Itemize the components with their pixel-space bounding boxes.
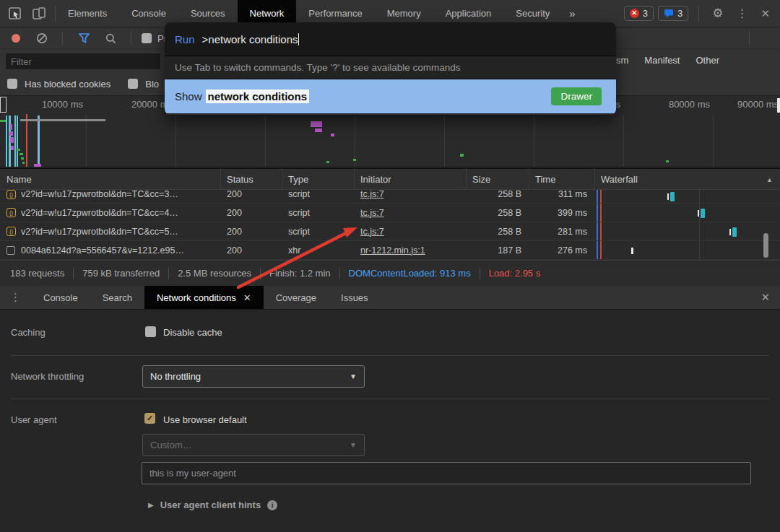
table-row[interactable]: 0084a6124d?a=5566457&v=1212.e95… 200 xhr… [0, 241, 780, 260]
ruler-gridline [265, 115, 266, 167]
main-menu-kebab-icon[interactable]: ⋮ [736, 6, 748, 20]
command-result-row[interactable]: Show network conditions Drawer [165, 79, 616, 113]
overview-window-handle[interactable] [0, 97, 6, 113]
request-status: 200 [220, 222, 282, 240]
waterfall-bar [631, 248, 633, 254]
waterfall-bar [667, 193, 669, 200]
blocked-requests-checkbox[interactable] [128, 79, 138, 89]
request-type: script [282, 204, 354, 222]
custom-user-agent-select: Custom… ▼ [142, 434, 365, 456]
ruler-tick-20000: 20000 ms [110, 99, 173, 110]
error-badge[interactable]: ✕ 3 [624, 6, 654, 21]
overview-mark [311, 121, 322, 127]
drawer-tab-issues[interactable]: Issues [329, 286, 381, 309]
initiator-link[interactable]: tc.js:7 [360, 227, 384, 237]
search-icon[interactable] [105, 33, 116, 44]
sort-ascending-icon[interactable]: ▲ [766, 176, 773, 183]
has-blocked-cookies-label: Has blocked cookies [25, 79, 110, 90]
drawer-tab-search[interactable]: Search [90, 286, 144, 309]
ruler-gridline [444, 115, 445, 167]
text-caret [298, 33, 300, 45]
overview-mark [10, 124, 12, 130]
close-tab-icon[interactable]: ✕ [243, 292, 251, 303]
initiator-link[interactable]: tc.js:7 [360, 190, 384, 199]
filter-input[interactable] [6, 53, 160, 69]
chip-wasm[interactable]: sm [616, 55, 628, 66]
initiator-link[interactable]: nr-1212.min.js:1 [360, 245, 425, 256]
request-size: 258 B [466, 222, 529, 240]
drawer-tab-console[interactable]: Console [31, 286, 90, 309]
throttling-select[interactable]: No throttling ▼ [142, 365, 365, 388]
drawer-badge: Drawer [551, 87, 602, 105]
preserve-log-checkbox[interactable] [142, 33, 152, 43]
overview-mark [21, 157, 24, 160]
device-toolbar-icon[interactable] [32, 7, 46, 20]
message-badge[interactable]: 3 [658, 6, 688, 21]
waterfall-scrollbar-thumb[interactable] [763, 233, 768, 258]
summary-divider [260, 268, 261, 279]
has-blocked-cookies-checkbox[interactable] [7, 79, 17, 89]
table-row[interactable]: {}v2?id=w!u17zpwrotbol&dn=TC&cc=5… 200 s… [0, 222, 780, 241]
message-icon [664, 9, 674, 18]
overview-mark [315, 128, 322, 132]
drawer-tab-bar: ⋮ Console Search Network conditions ✕ Co… [0, 286, 780, 310]
col-size[interactable]: Size [466, 169, 490, 191]
use-browser-default-checkbox[interactable]: ✓ [144, 413, 155, 424]
ruler-tick-80000: 80000 ms [648, 99, 710, 110]
col-type[interactable]: Type [282, 169, 308, 191]
request-size: 258 B [466, 204, 529, 222]
transferred: 759 kB transferred [82, 268, 160, 279]
request-size: 187 B [466, 241, 529, 259]
waterfall-bar [732, 227, 737, 237]
col-status[interactable]: Status [220, 169, 254, 191]
header-divider [698, 6, 699, 22]
ruler-gridline [623, 115, 624, 167]
col-time[interactable]: Time [529, 169, 555, 191]
chip-manifest[interactable]: Manifest [644, 55, 680, 66]
settings-gear-icon[interactable]: ⚙ [712, 6, 723, 21]
filter-funnel-icon[interactable] [79, 33, 90, 43]
toolbar-divider [62, 32, 63, 45]
record-network-log-button[interactable] [12, 34, 20, 43]
overview-mark [353, 159, 356, 161]
tab-elements[interactable]: Elements [56, 0, 119, 27]
disable-cache-checkbox[interactable] [145, 326, 156, 337]
table-row[interactable]: {}v2?id=w!u17zpwrotbol&dn=TC&cc=4… 200 s… [0, 204, 780, 222]
user-agent-label: User agent [11, 414, 57, 425]
overview-mark [10, 137, 14, 143]
overview-mark [331, 134, 334, 136]
overview-mark [34, 164, 41, 167]
requests-table-body: {}v2?id=w!u17zpwrotbol&dn=TC&cc=3… 200 s… [0, 190, 780, 260]
ruler-tick-10000: 10000 ms [21, 99, 83, 110]
toolbar-divider [131, 32, 131, 45]
close-devtools-icon[interactable]: ✕ [760, 7, 770, 20]
disable-cache-label: Disable cache [163, 327, 222, 338]
message-count: 3 [677, 8, 682, 19]
summary-divider [73, 268, 74, 279]
request-type: script [282, 190, 354, 204]
inspect-element-icon[interactable] [9, 7, 22, 20]
xhr-file-icon [6, 246, 15, 255]
command-input-row[interactable]: Run >network conditions [165, 22, 616, 56]
initiator-link[interactable]: tc.js:7 [360, 208, 384, 218]
chevron-down-icon: ▼ [350, 372, 357, 380]
network-summary-bar: 183 requests 759 kB transferred 2.5 MB r… [0, 260, 780, 286]
drawer-tab-network-conditions[interactable]: Network conditions ✕ [144, 286, 264, 309]
section-divider [11, 355, 769, 356]
user-agent-input[interactable] [142, 462, 751, 484]
chip-other[interactable]: Other [696, 55, 719, 66]
caching-label: Caching [11, 327, 46, 338]
drawer-menu-kebab-icon[interactable]: ⋮ [0, 286, 31, 309]
client-hints-disclosure[interactable]: ▶ User agent client hints i [148, 500, 277, 510]
info-icon[interactable]: i [267, 500, 277, 510]
chevron-down-icon: ▼ [350, 441, 357, 449]
col-waterfall[interactable]: Waterfall [594, 169, 638, 191]
client-hints-label: User agent client hints [160, 500, 261, 510]
close-drawer-icon[interactable]: ✕ [760, 291, 770, 304]
clear-network-log-icon[interactable] [36, 32, 48, 44]
col-name[interactable]: Name [0, 169, 32, 191]
request-name: v2?id=w!u17zpwrotbol&dn=TC&cc=3… [21, 190, 178, 199]
drawer-tab-coverage[interactable]: Coverage [264, 286, 329, 309]
col-initiator[interactable]: Initiator [354, 169, 391, 191]
table-row[interactable]: {}v2?id=w!u17zpwrotbol&dn=TC&cc=3… 200 s… [0, 190, 780, 204]
